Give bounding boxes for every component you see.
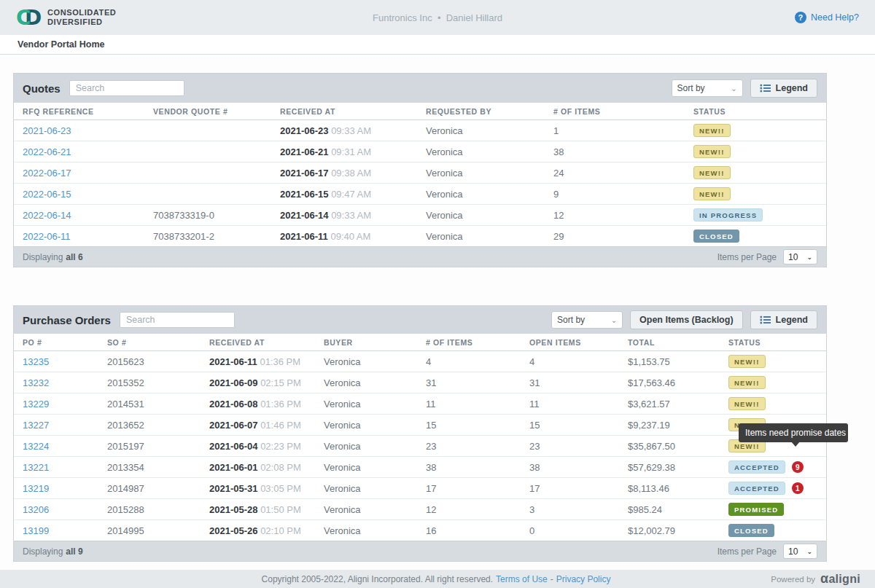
current-user-name: Daniel Hillard [446, 12, 502, 23]
status-cell: NEW!! [721, 351, 826, 372]
total-cell: $12,002.79 [621, 520, 721, 541]
purchase-orders-sort-by-label: Sort by [557, 315, 585, 325]
received-at-cell: 2021-06-09 02:15 PM [202, 372, 316, 393]
so-number-cell: 2013354 [100, 457, 202, 478]
purchase-orders-table: PO #SO #RECEIVED ATBUYER# OF ITEMSOPEN I… [14, 334, 826, 541]
status-cell: IN PROGRESS [686, 205, 826, 226]
table-row: 2022-06-147038733319-02021-06-14 09:33 A… [14, 205, 826, 226]
po-number-link[interactable]: 13229 [23, 399, 49, 409]
quotes-search-input[interactable] [69, 80, 184, 96]
separator-dot: • [438, 12, 441, 23]
purchase-orders-column-header-7: STATUS [721, 334, 826, 351]
received-at-cell: 2021-06-21 09:31 AM [273, 141, 419, 162]
po-number-cell: 13221 [14, 457, 100, 478]
received-date: 2021-06-11 [280, 231, 328, 242]
table-row: 2022-06-152021-06-15 09:47 AMVeronica9NE… [14, 184, 826, 205]
legend-list-icon [760, 84, 771, 93]
purchase-orders-title: Purchase Orders [23, 314, 111, 326]
buyer-cell: Veronica [316, 372, 419, 393]
received-time: 03:05 PM [260, 483, 301, 494]
purchase-orders-table-header-row: PO #SO #RECEIVED ATBUYER# OF ITEMSOPEN I… [14, 334, 826, 351]
open-items-cell: 17 [522, 478, 621, 499]
purchase-orders-displaying-text: Displayingall 9 [23, 546, 83, 557]
po-number-link[interactable]: 13235 [23, 356, 49, 367]
legend-list-icon [760, 315, 771, 324]
purchase-orders-items-per-page-select[interactable]: 10 ⌄ [783, 544, 817, 559]
status-cell: NEW!! [721, 372, 826, 393]
svg-text:C: C [16, 7, 31, 28]
terms-of-use-link[interactable]: Terms of Use [496, 574, 548, 584]
po-number-link[interactable]: 13221 [23, 462, 49, 473]
session-info: Funtronics Inc • Daniel Hillard [0, 12, 875, 23]
num-items-cell: 17 [419, 478, 522, 499]
table-row: 2022-06-172021-06-17 09:38 AMVeronica24N… [14, 162, 826, 184]
po-number-link[interactable]: 13227 [23, 420, 49, 431]
po-number-link[interactable]: 13232 [23, 377, 49, 388]
help-icon: ? [795, 12, 806, 23]
open-items-backlog-button[interactable]: Open Items (Backlog) [630, 310, 743, 329]
requested-by-cell: Veronica [419, 120, 546, 141]
aligni-logo: αaligni [820, 571, 860, 587]
quotes-items-per-page-select[interactable]: 10 ⌄ [783, 249, 817, 264]
quotes-sort-by-select[interactable]: Sort by ⌄ [672, 79, 743, 97]
rfq-reference-link[interactable]: 2021-06-23 [23, 125, 71, 136]
quotes-table-header-row: RFQ REFERENCEVENDOR QUOTE #RECEIVED ATRE… [14, 103, 826, 120]
num-items-cell: 24 [546, 162, 686, 184]
buyer-cell: Veronica [316, 457, 419, 478]
received-at-cell: 2021-06-17 09:38 AM [273, 162, 419, 184]
vendor-quote-cell [146, 184, 273, 205]
rfq-reference-cell: 2022-06-11 [14, 226, 146, 247]
quotes-legend-button[interactable]: Legend [750, 79, 817, 98]
received-at-cell: 2021-05-31 03:05 PM [202, 478, 316, 499]
received-at-cell: 2021-06-11 09:40 AM [273, 226, 419, 247]
purchase-orders-column-header-2: RECEIVED AT [202, 334, 316, 351]
received-date: 2021-06-08 [209, 399, 258, 409]
po-number-cell: 13235 [14, 351, 100, 372]
quotes-items-per-page-label: Items per Page [718, 252, 777, 262]
purchase-orders-column-header-0: PO # [14, 334, 100, 351]
buyer-cell: Veronica [316, 415, 419, 436]
num-items-cell: 9 [546, 184, 686, 205]
purchase-orders-column-header-5: OPEN ITEMS [522, 334, 621, 351]
open-items-cell: 23 [522, 436, 621, 457]
table-row: 1319920149952021-05-26 02:10 PMVeronica1… [14, 520, 826, 541]
help-link[interactable]: ? Need Help? [795, 12, 859, 23]
rfq-reference-link[interactable]: 2022-06-14 [23, 210, 71, 221]
vendor-quote-cell [146, 120, 273, 141]
po-number-link[interactable]: 13224 [23, 441, 49, 452]
quotes-column-header-5: STATUS [686, 103, 826, 120]
received-at-cell: 2021-06-07 01:46 PM [202, 415, 316, 436]
po-number-link[interactable]: 13219 [23, 483, 49, 494]
received-time: 09:47 AM [331, 189, 371, 200]
purchase-orders-search-input[interactable] [120, 312, 235, 328]
chevron-down-icon: ⌄ [731, 85, 736, 93]
total-cell: $57,629.38 [621, 457, 721, 478]
purchase-orders-sort-by-select[interactable]: Sort by ⌄ [551, 311, 623, 329]
rfq-reference-link[interactable]: 2022-06-17 [23, 168, 71, 179]
po-number-cell: 13224 [14, 436, 100, 457]
open-items-cell: 15 [522, 415, 621, 436]
rfq-reference-link[interactable]: 2022-06-11 [23, 231, 71, 242]
alert-count-badge: 1 [792, 482, 804, 494]
quotes-legend-label: Legend [776, 83, 808, 93]
num-items-cell: 1 [546, 120, 686, 141]
rfq-reference-link[interactable]: 2022-06-21 [23, 146, 71, 157]
num-items-cell: 11 [419, 393, 522, 415]
open-items-cell: 4 [522, 351, 621, 372]
table-row: 1321920149872021-05-31 03:05 PMVeronica1… [14, 478, 826, 499]
received-date: 2021-05-28 [209, 504, 258, 515]
requested-by-cell: Veronica [419, 226, 546, 247]
received-date: 2021-06-11 [209, 356, 257, 367]
po-number-link[interactable]: 13206 [23, 504, 49, 515]
vendor-company-name: Funtronics Inc [373, 12, 432, 23]
purchase-orders-legend-button[interactable]: Legend [750, 310, 817, 329]
privacy-policy-link[interactable]: Privacy Policy [556, 574, 611, 584]
received-time: 01:50 PM [260, 504, 301, 515]
so-number-cell: 2015352 [100, 372, 202, 393]
quotes-sort-by-label: Sort by [677, 83, 705, 93]
num-items-cell: 38 [419, 457, 522, 478]
rfq-reference-link[interactable]: 2022-06-15 [23, 189, 71, 200]
po-number-link[interactable]: 13199 [23, 525, 49, 536]
received-date: 2021-06-04 [209, 441, 258, 452]
num-items-cell: 12 [546, 205, 686, 226]
